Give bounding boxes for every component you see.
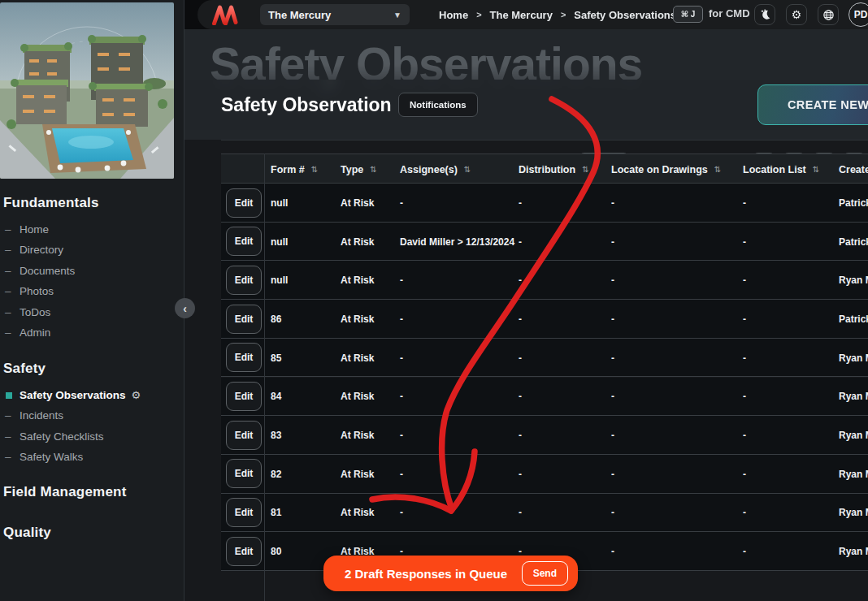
edit-button[interactable]: Edit bbox=[226, 421, 262, 450]
column-header-label: Locate on Drawings bbox=[611, 164, 708, 175]
cell-location_list: - bbox=[743, 494, 746, 533]
cell-assignee: David Miller > 12/13/2024 bbox=[400, 223, 514, 262]
column-header-locate-on-drawings[interactable]: Locate on Drawings⇅ bbox=[611, 154, 721, 184]
sidebar-item-label: Photos bbox=[20, 285, 54, 297]
project-selector[interactable]: The Mercury ▼ bbox=[260, 4, 410, 25]
sidebar-item-incidents[interactable]: –Incidents bbox=[0, 405, 184, 426]
sidebar-item-todos[interactable]: –ToDos bbox=[0, 302, 184, 322]
cell-type: At Risk bbox=[341, 494, 374, 533]
nav-list: Safety Observations⚙–Incidents–Safety Ch… bbox=[0, 385, 184, 468]
edit-button[interactable]: Edit bbox=[226, 343, 262, 372]
column-header-form-[interactable]: Form #⇅ bbox=[271, 154, 318, 184]
edit-button[interactable]: Edit bbox=[226, 498, 262, 527]
table-row: EditnullAt Risk----Ryan M bbox=[221, 261, 868, 300]
column-header-created-by[interactable]: Created By⇅ bbox=[839, 154, 868, 184]
edit-button[interactable]: Edit bbox=[226, 227, 262, 256]
dash-icon: – bbox=[5, 405, 11, 426]
cell-distribution: - bbox=[519, 378, 522, 417]
column-header-assignee-s-[interactable]: Assignee(s)⇅ bbox=[400, 154, 471, 184]
column-header-location-list[interactable]: Location List⇅ bbox=[743, 154, 819, 184]
section-heading: Quality bbox=[0, 525, 184, 541]
sidebar-item-safety-walks[interactable]: –Safety Walks bbox=[0, 447, 184, 467]
edit-button[interactable]: Edit bbox=[226, 537, 262, 566]
sidebar-item-admin[interactable]: –Admin bbox=[0, 322, 184, 343]
edit-button[interactable]: Edit bbox=[226, 266, 262, 295]
user-avatar[interactable]: PD bbox=[848, 2, 868, 27]
gear-icon[interactable]: ⚙ bbox=[132, 389, 141, 401]
cell-form: 86 bbox=[271, 300, 281, 339]
draft-queue-toast: 2 Draft Responses in Queue Send bbox=[323, 556, 578, 591]
page-title: Safety Observation bbox=[221, 94, 392, 116]
table-row: Edit83At Risk----Ryan M bbox=[221, 416, 868, 455]
create-new-button[interactable]: CREATE NEW bbox=[757, 84, 868, 125]
cell-created: Ryan M bbox=[839, 416, 868, 455]
sidebar-item-label: Safety Observations bbox=[20, 389, 126, 401]
breadcrumb-item[interactable]: Safety Observations bbox=[574, 9, 676, 21]
cell-locate: - bbox=[611, 416, 614, 455]
active-bullet-icon bbox=[6, 392, 12, 399]
header-divider bbox=[221, 140, 868, 141]
cell-distribution: - bbox=[519, 455, 522, 494]
topbar: The Mercury ▼ Home>The Mercury>Safety Ob… bbox=[197, 0, 868, 29]
dash-icon: – bbox=[5, 302, 11, 322]
cell-form: 82 bbox=[271, 455, 281, 494]
cell-type: At Risk bbox=[341, 184, 374, 223]
cell-form: 84 bbox=[271, 378, 281, 417]
sidebar-item-directory[interactable]: –Directory bbox=[0, 240, 184, 260]
sidebar-item-label: Home bbox=[20, 223, 49, 236]
cell-assignee: - bbox=[400, 378, 403, 417]
breadcrumb-item[interactable]: The Mercury bbox=[490, 9, 553, 21]
section-heading: Safety bbox=[0, 361, 184, 377]
breadcrumb-item[interactable]: Home bbox=[439, 9, 468, 21]
cell-created: Ryan M bbox=[839, 339, 868, 378]
sidebar-item-safety-checklists[interactable]: –Safety Checklists bbox=[0, 426, 184, 447]
cell-type: At Risk bbox=[341, 378, 374, 417]
cell-distribution: - bbox=[519, 494, 522, 533]
edit-button[interactable]: Edit bbox=[226, 459, 262, 488]
sidebar-item-photos[interactable]: –Photos bbox=[0, 281, 184, 301]
cell-locate: - bbox=[611, 223, 614, 262]
column-header-label: Distribution bbox=[519, 164, 575, 175]
cell-form: 85 bbox=[271, 339, 281, 378]
sidebar-collapse-button[interactable]: ‹ bbox=[175, 298, 195, 318]
cell-created: Ryan M bbox=[839, 455, 868, 494]
edit-button[interactable]: Edit bbox=[226, 305, 262, 334]
sidebar-item-documents[interactable]: –Documents bbox=[0, 261, 184, 281]
cell-distribution: - bbox=[519, 300, 522, 339]
cell-location_list: - bbox=[743, 378, 746, 417]
breadcrumb-separator: > bbox=[476, 10, 481, 19]
nav-section-fundamentals: Fundamentals–Home–Directory–Documents–Ph… bbox=[0, 195, 184, 343]
language-button[interactable] bbox=[818, 4, 839, 25]
table-row: Edit81At Risk----Ryan M bbox=[221, 494, 868, 533]
app-logo-icon[interactable] bbox=[211, 4, 239, 28]
edit-button[interactable]: Edit bbox=[226, 382, 262, 411]
cell-type: At Risk bbox=[341, 300, 374, 339]
cell-distribution: - bbox=[519, 261, 522, 300]
table-row: EditnullAt RiskDavid Miller > 12/13/2024… bbox=[221, 223, 868, 262]
sort-icon: ⇅ bbox=[714, 165, 721, 174]
dash-icon: – bbox=[5, 240, 11, 260]
sidebar-item-home[interactable]: –Home bbox=[0, 219, 184, 240]
send-button[interactable]: Send bbox=[522, 561, 568, 586]
column-header-label: Type bbox=[341, 164, 363, 175]
project-selector-label: The Mercury bbox=[268, 9, 331, 21]
sidebar-item-label: Incidents bbox=[20, 409, 63, 422]
sidebar-item-safety-observations[interactable]: Safety Observations⚙ bbox=[0, 385, 184, 405]
settings-button[interactable]: ⚙ bbox=[786, 4, 807, 25]
table-row: Edit86At Risk----Patrick bbox=[221, 300, 868, 339]
column-header-distribution[interactable]: Distribution⇅ bbox=[519, 154, 589, 184]
notifications-button[interactable]: Notifications bbox=[398, 93, 478, 117]
project-photo bbox=[0, 2, 174, 179]
cell-created: Ryan M bbox=[839, 532, 868, 571]
column-header-type[interactable]: Type⇅ bbox=[341, 154, 377, 184]
nav-list: –Home–Directory–Documents–Photos–ToDos–A… bbox=[0, 219, 184, 343]
cell-distribution: - bbox=[519, 223, 522, 262]
cell-type: At Risk bbox=[341, 416, 374, 455]
cell-locate: - bbox=[611, 378, 614, 417]
section-heading: Fundamentals bbox=[0, 195, 184, 211]
sidebar-item-label: Admin bbox=[20, 326, 50, 339]
cell-form: null bbox=[271, 184, 288, 223]
table-column-divider bbox=[264, 153, 265, 601]
edit-button[interactable]: Edit bbox=[226, 188, 262, 218]
dark-mode-button[interactable] bbox=[754, 4, 775, 25]
